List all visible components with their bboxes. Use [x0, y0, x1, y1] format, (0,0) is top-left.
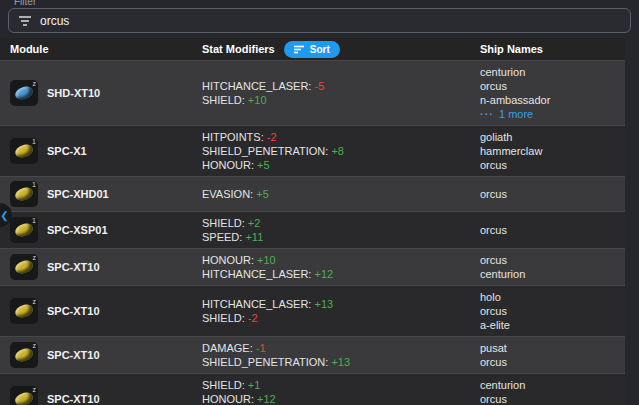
stat-line: SHIELD_PENETRATION: +8 — [202, 144, 480, 158]
filter-label-text: Filter — [14, 0, 36, 7]
stat-line: SHIELD: -2 — [202, 311, 480, 325]
module-icon: 1 — [10, 181, 38, 207]
ship-name: pusat — [480, 341, 625, 355]
module-icon-badge: z — [33, 342, 37, 350]
module-cell: z SPC-XT10 — [0, 290, 202, 332]
ship-name: orcus — [480, 223, 625, 237]
module-icon-glyph — [14, 303, 34, 319]
ship-list: orcuscenturion — [480, 253, 625, 281]
stat-line: HONOUR: +12 — [202, 392, 480, 405]
module-icon: z — [10, 254, 38, 280]
ship-list: centurionorcusn-ambassador···1 more — [480, 65, 625, 121]
module-icon-badge: z — [33, 298, 37, 306]
module-name: SPC-XT10 — [47, 261, 100, 273]
stat-name: HONOUR: — [202, 393, 257, 405]
stat-value: +13 — [331, 356, 350, 368]
stat-line: SHIELD: +2 — [202, 216, 480, 230]
stat-name: HITCHANCE_LASER: — [202, 80, 314, 92]
module-icon-glyph — [14, 347, 34, 363]
column-header-stats: Stat Modifiers Sort — [202, 41, 480, 58]
module-icon-badge: z — [33, 80, 37, 88]
stat-line: EVASION: +5 — [202, 187, 480, 201]
stat-value: -2 — [248, 312, 258, 324]
column-header-module: Module — [0, 43, 202, 55]
stat-list: SHIELD: +2SPEED: +11 — [202, 216, 480, 244]
table-body: z SHD-XT10 HITCHANCE_LASER: -5SHIELD: +1… — [0, 60, 625, 405]
ship-name: orcus — [480, 253, 625, 267]
sort-button[interactable]: Sort — [284, 41, 340, 58]
module-icon-badge: 1 — [32, 138, 36, 146]
stat-name: SHIELD: — [202, 217, 248, 229]
stat-line: HITPOINTS: -2 — [202, 130, 480, 144]
module-icon-badge: z — [33, 386, 37, 394]
stat-name: DAMAGE: — [202, 342, 256, 354]
show-more-link[interactable]: ···1 more — [480, 107, 625, 121]
stat-list: SHIELD: +1HONOUR: +12HITCHANCE_ROCKET: +… — [202, 378, 480, 405]
filter-value: orcus — [40, 14, 69, 28]
stat-value: +12 — [257, 393, 276, 405]
stat-value: +5 — [257, 159, 270, 171]
ship-name: holo — [480, 290, 625, 304]
table-row: z SPC-XT10 SHIELD: +1HONOUR: +12HITCHANC… — [0, 373, 625, 405]
column-header-stats-label: Stat Modifiers — [202, 43, 275, 55]
ship-name: orcus — [480, 158, 625, 172]
stat-name: SHIELD_PENETRATION: — [202, 356, 331, 368]
stat-value: +12 — [314, 268, 333, 280]
stat-name: HITCHANCE_LASER: — [202, 268, 314, 280]
ellipsis-icon: ··· — [480, 107, 494, 121]
stat-line: DAMAGE: -1 — [202, 341, 480, 355]
ship-list: pusatorcus — [480, 341, 625, 369]
stat-line: SPEED: +11 — [202, 230, 480, 244]
module-icon: z — [10, 298, 38, 324]
module-cell: 1 SPC-XSP01 — [0, 216, 202, 244]
module-icon: z — [10, 386, 38, 405]
stat-list: EVASION: +5 — [202, 181, 480, 207]
module-icon-glyph — [14, 85, 34, 101]
stat-value: -5 — [314, 80, 324, 92]
stat-name: SHIELD: — [202, 312, 248, 324]
stat-value: -2 — [267, 131, 277, 143]
ship-name: a-elite — [480, 318, 625, 332]
stat-name: HONOUR: — [202, 159, 257, 171]
sort-icon — [294, 45, 305, 54]
module-name: SPC-XT10 — [47, 305, 100, 317]
ship-name: orcus — [480, 79, 625, 93]
module-name: SPC-X1 — [47, 145, 87, 157]
modules-table: Module Stat Modifiers Sort Ship Names z — [0, 38, 625, 405]
stat-line: HONOUR: +10 — [202, 253, 480, 267]
column-header-ships: Ship Names — [480, 43, 625, 55]
module-icon-badge: z — [33, 254, 37, 262]
module-cell: z SPC-XT10 — [0, 378, 202, 405]
stat-value: -1 — [256, 342, 266, 354]
stat-value: +8 — [331, 145, 344, 157]
ship-name: n-ambassador — [480, 93, 625, 107]
stat-line: HITCHANCE_LASER: -5 — [202, 79, 480, 93]
stat-list: HITPOINTS: -2SHIELD_PENETRATION: +8HONOU… — [202, 130, 480, 172]
ship-list: centurionorcuspiranha — [480, 378, 625, 405]
stat-name: HITPOINTS: — [202, 131, 267, 143]
module-cell: 1 SPC-X1 — [0, 130, 202, 172]
table-row: z SPC-XT10 HITCHANCE_LASER: +13SHIELD: -… — [0, 285, 625, 336]
stat-list: DAMAGE: -1SHIELD_PENETRATION: +13 — [202, 341, 480, 369]
ship-name: centurion — [480, 267, 625, 281]
stat-name: SHIELD_PENETRATION: — [202, 145, 331, 157]
stat-list: HITCHANCE_LASER: -5SHIELD: +10 — [202, 65, 480, 121]
ship-name: orcus — [480, 355, 625, 369]
ship-name: centurion — [480, 65, 625, 79]
stat-line: HITCHANCE_LASER: +12 — [202, 267, 480, 281]
module-icon-glyph — [14, 259, 34, 275]
module-cell: z SPC-XT10 — [0, 341, 202, 369]
module-icon: 1 — [10, 217, 38, 243]
ship-name: orcus — [480, 304, 625, 318]
show-more-label: 1 more — [499, 107, 533, 121]
filter-area: Filter orcus — [0, 0, 639, 33]
ship-list: orcus — [480, 181, 625, 207]
module-name: SPC-XHD01 — [47, 188, 109, 200]
ship-list: orcus — [480, 216, 625, 244]
stat-value: +5 — [256, 188, 269, 200]
ship-list: holoorcusa-elite — [480, 290, 625, 332]
filter-input[interactable]: orcus — [8, 8, 631, 33]
module-cell: z SHD-XT10 — [0, 65, 202, 121]
module-icon-glyph — [14, 391, 34, 405]
ship-name: orcus — [480, 187, 625, 201]
